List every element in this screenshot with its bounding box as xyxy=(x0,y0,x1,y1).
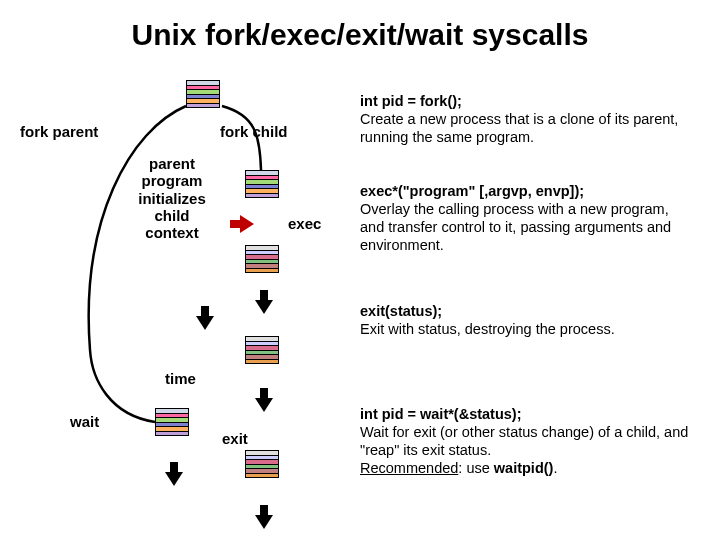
arrow-down-5-icon xyxy=(255,515,273,529)
process-running-icon xyxy=(245,336,279,364)
wait-description: int pid = wait*(&status); Wait for exit … xyxy=(360,405,695,478)
exit-label: exit xyxy=(222,430,248,447)
exec-text: Overlay the calling process with a new p… xyxy=(360,201,671,253)
exit-text: Exit with status, destroying the process… xyxy=(360,321,615,337)
wait-text-a: Wait for exit (or other status change) o… xyxy=(360,424,688,458)
arrow-exec-icon xyxy=(240,215,254,233)
fork-description: int pid = fork(); Create a new process t… xyxy=(360,92,695,146)
fork-child-label: fork child xyxy=(220,123,288,140)
time-label: time xyxy=(165,370,196,387)
exit-description: exit(status); Exit with status, destroyi… xyxy=(360,302,695,338)
wait-reco-post: . xyxy=(553,460,557,476)
exit-sig: exit(status); xyxy=(360,303,442,319)
fork-sig: int pid = fork(); xyxy=(360,93,462,109)
arrow-down-4-icon xyxy=(165,472,183,486)
page-title: Unix fork/exec/exit/wait syscalls xyxy=(0,18,720,52)
wait-label: wait xyxy=(70,413,99,430)
fork-parent-label: fork parent xyxy=(20,123,98,140)
process-exec-icon xyxy=(245,245,279,273)
wait-reco-fn: waitpid() xyxy=(494,460,554,476)
wait-reco-mid: : use xyxy=(458,460,493,476)
process-parent-wait-icon xyxy=(155,408,189,436)
fork-text: Create a new process that is a clone of … xyxy=(360,111,678,145)
arrow-down-3-icon xyxy=(255,398,273,412)
arrow-down-1-icon xyxy=(196,316,214,330)
exec-description: exec*("program" [,argvp, envp]); Overlay… xyxy=(360,182,695,255)
arrow-down-2-icon xyxy=(255,300,273,314)
wait-sig: int pid = wait*(&status); xyxy=(360,406,522,422)
exec-label: exec xyxy=(288,215,321,232)
wait-reco-pre: Recommended xyxy=(360,460,458,476)
process-exit-icon xyxy=(245,450,279,478)
process-child-icon xyxy=(245,170,279,198)
exec-sig: exec*("program" [,argvp, envp]); xyxy=(360,183,584,199)
parent-init-label: parent program initializes child context xyxy=(122,155,222,241)
process-origin-icon xyxy=(186,80,220,108)
